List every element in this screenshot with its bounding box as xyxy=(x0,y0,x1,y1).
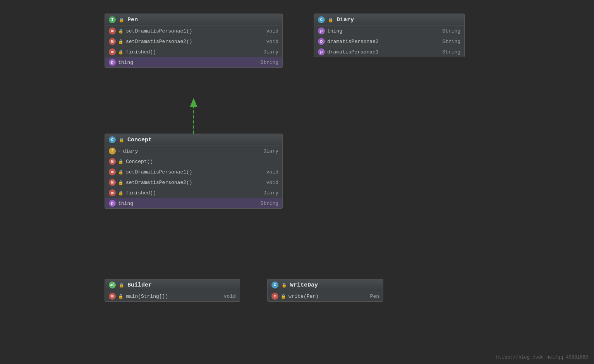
writeday-icon: C xyxy=(271,282,278,288)
method-name: finished() xyxy=(126,49,156,55)
builder-method-1: m 🔒 main(String[]) void xyxy=(105,291,240,301)
diary-field-1: p thing String xyxy=(314,26,464,36)
method-icon: m xyxy=(109,189,116,196)
method-icon: m xyxy=(271,293,278,300)
method-name: setDramatisPersonae2() xyxy=(126,39,192,45)
lock-icon: 🔒 xyxy=(118,39,124,44)
return-type: void xyxy=(266,180,278,185)
pen-class: I 🔒 Pen m 🔒 setDramatisPersonae1() void … xyxy=(105,14,283,68)
method-icon: m xyxy=(109,293,116,300)
method-name: main(String[]) xyxy=(126,294,168,299)
field-name: thing xyxy=(118,60,133,65)
pen-method-1: m 🔒 setDramatisPersonae1() void xyxy=(105,26,282,36)
uml-canvas: I 🔒 Pen m 🔒 setDramatisPersonae1() void … xyxy=(0,0,594,364)
diary-class: C 🔒 Diary p thing String p dramatisPerso… xyxy=(314,14,465,57)
concept-icon: C xyxy=(109,136,116,143)
method-icon: m xyxy=(109,168,116,175)
field-icon: p xyxy=(318,38,325,45)
field-name: thing xyxy=(327,28,342,34)
pen-lock-icon: 🔒 xyxy=(119,17,124,22)
method-name: setDramatisPersonae2() xyxy=(126,180,192,185)
field-name: thing xyxy=(118,201,133,206)
builder-title: Builder xyxy=(127,282,152,288)
method-icon: m xyxy=(109,48,116,55)
method-icon: m xyxy=(109,27,116,34)
method-name: setDramatisPersonae1() xyxy=(126,169,192,175)
lock-icon: 🔒 xyxy=(118,50,124,55)
method-icon: m xyxy=(109,38,116,45)
method-icon: m xyxy=(109,179,116,186)
lock-icon: 🔒 xyxy=(118,191,124,196)
concept-class: C 🔒 Concept f ○ diary Diary m 🔒 Concept(… xyxy=(105,134,283,209)
concept-method-1: m 🔒 setDramatisPersonae1() void xyxy=(105,167,282,177)
writeday-title: WriteDay xyxy=(290,282,318,288)
method-name: write(Pen) xyxy=(288,294,319,299)
return-type: void xyxy=(224,294,236,299)
connector-svg xyxy=(0,0,594,364)
pen-header: I 🔒 Pen xyxy=(105,14,282,26)
writeday-class: C 🔒 WriteDay m 🔒 write(Pen) Pen xyxy=(267,279,383,302)
watermark: https://blog.csdn.net/qq_40881680 xyxy=(496,355,588,360)
concept-field-thing: p thing String xyxy=(105,198,282,208)
field-icon: f xyxy=(109,148,116,155)
lock-icon: 🔒 xyxy=(118,29,124,34)
builder-lock-icon: 🔒 xyxy=(119,283,124,288)
writeday-method-1: m 🔒 write(Pen) Pen xyxy=(268,291,383,301)
concept-constructor: m 🔒 Concept() xyxy=(105,156,282,167)
concept-lock-icon: 🔒 xyxy=(119,137,124,143)
lock-icon: 🔒 xyxy=(118,159,124,164)
field-name: dramatisPersonae2 xyxy=(327,39,379,45)
diary-header: C 🔒 Diary xyxy=(314,14,464,26)
method-name: finished() xyxy=(126,190,156,196)
builder-header: ↺C 🔒 Builder xyxy=(105,279,240,291)
return-type: Pen xyxy=(370,294,379,299)
field-name: dramatisPersonae1 xyxy=(327,49,379,55)
concept-header: C 🔒 Concept xyxy=(105,134,282,146)
pen-method-2: m 🔒 setDramatisPersonae2() void xyxy=(105,36,282,47)
field-type: Diary xyxy=(263,148,278,154)
return-type: void xyxy=(266,28,278,34)
lock-icon: 🔒 xyxy=(118,170,124,175)
field-type: String xyxy=(442,39,460,45)
field-type: String xyxy=(260,60,278,65)
diary-field-2: p dramatisPersonae2 String xyxy=(314,36,464,47)
diary-field-3: p dramatisPersonae1 String xyxy=(314,47,464,57)
field-type: String xyxy=(442,49,460,55)
diary-title: Diary xyxy=(336,17,354,23)
builder-class: ↺C 🔒 Builder m 🔒 main(String[]) void xyxy=(105,279,240,302)
return-type: Diary xyxy=(263,49,278,55)
field-type: String xyxy=(442,28,460,34)
method-name: Concept() xyxy=(126,159,153,165)
field-icon: p xyxy=(318,27,325,34)
field-icon: p xyxy=(109,59,116,66)
writeday-header: C 🔒 WriteDay xyxy=(268,279,383,291)
writeday-lock-icon: 🔒 xyxy=(282,283,287,288)
method-name: setDramatisPersonae1() xyxy=(126,28,192,34)
field-icon: p xyxy=(109,200,116,207)
lock-icon: 🔒 xyxy=(281,294,286,299)
lock-icon: 🔒 xyxy=(118,294,124,299)
concept-field-diary: f ○ diary Diary xyxy=(105,146,282,156)
concept-method-2: m 🔒 setDramatisPersonae2() void xyxy=(105,177,282,188)
pen-method-3: m 🔒 finished() Diary xyxy=(105,47,282,57)
field-type: String xyxy=(260,201,278,206)
concept-title: Concept xyxy=(127,137,152,143)
method-icon: m xyxy=(109,158,116,165)
pen-field-1: p thing String xyxy=(105,57,282,67)
return-type: Diary xyxy=(263,190,278,196)
return-type: void xyxy=(266,39,278,45)
concept-method-3: m 🔒 finished() Diary xyxy=(105,188,282,198)
pen-icon: I xyxy=(109,16,116,23)
pen-title: Pen xyxy=(127,17,138,23)
field-name: diary xyxy=(123,148,138,154)
return-type: void xyxy=(266,169,278,175)
lock-icon: 🔒 xyxy=(118,180,124,185)
field-icon: p xyxy=(318,48,325,55)
circle-icon: ○ xyxy=(118,149,121,153)
diary-icon: C xyxy=(318,16,325,23)
builder-icon: ↺C xyxy=(109,282,116,288)
diary-lock-icon: 🔒 xyxy=(328,17,333,22)
